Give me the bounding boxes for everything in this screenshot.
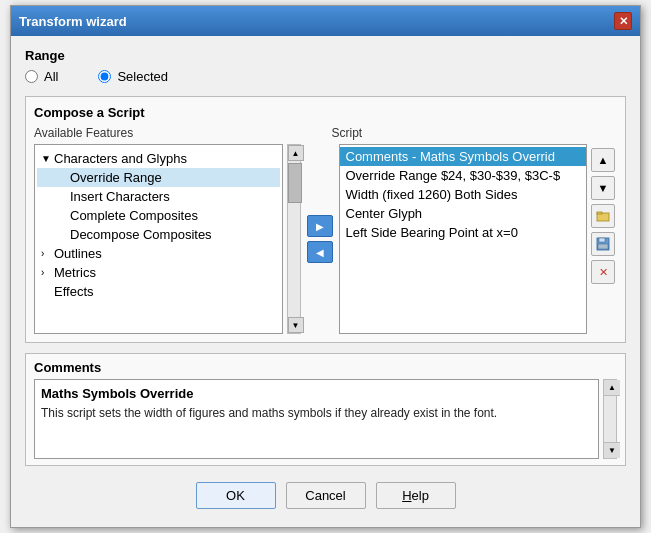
selected-label: Selected: [117, 69, 168, 84]
script-list: Comments - Maths Symbols Overrid Overrid…: [340, 145, 587, 333]
tree-label-chars: Characters and Glyphs: [54, 151, 187, 166]
comments-scrollbar[interactable]: ▲ ▼: [603, 379, 617, 459]
features-scrollbar[interactable]: ▲ ▼: [287, 144, 301, 334]
move-up-button[interactable]: ▲: [591, 148, 615, 172]
svg-rect-3: [599, 238, 605, 242]
script-action-buttons: ▲ ▼ ✕: [591, 144, 617, 334]
help-button[interactable]: Help: [376, 482, 456, 509]
comments-scroll-track: [604, 396, 616, 442]
comments-name: Maths Symbols Override: [41, 384, 592, 404]
tree-item-override-range[interactable]: Override Range: [37, 168, 280, 187]
tree-arrow-chars: ▼: [41, 153, 51, 164]
tree-label-outlines: Outlines: [54, 246, 102, 261]
comments-text-area: Maths Symbols Override This script sets …: [34, 379, 599, 459]
footer-buttons: OK Cancel Help: [25, 478, 626, 515]
features-scroll-thumb[interactable]: [288, 163, 302, 203]
middle-buttons: ▶ ◀: [305, 144, 335, 334]
tree-label-insert: Insert Characters: [70, 189, 170, 204]
title-bar: Transform wizard ✕: [11, 6, 640, 36]
svg-rect-4: [598, 244, 608, 249]
tree-label-override: Override Range: [70, 170, 162, 185]
compose-section: Compose a Script Available Features Scri…: [25, 96, 626, 343]
move-right-button[interactable]: ▶: [307, 215, 333, 237]
tree-item-decompose-comp[interactable]: Decompose Composites: [37, 225, 280, 244]
script-item-1[interactable]: Override Range $24, $30-$39, $3C-$: [340, 166, 587, 185]
help-rest: elp: [412, 488, 429, 503]
close-button[interactable]: ✕: [614, 12, 632, 30]
move-down-button[interactable]: ▼: [591, 176, 615, 200]
tree-item-chars-glyphs[interactable]: ▼ Characters and Glyphs: [37, 149, 280, 168]
range-section: Range All Selected: [25, 48, 626, 84]
tree-item-insert-chars[interactable]: Insert Characters: [37, 187, 280, 206]
transform-wizard-dialog: Transform wizard ✕ Range All Selected Co…: [10, 5, 641, 528]
svg-rect-1: [597, 212, 602, 214]
tree-label-decompose: Decompose Composites: [70, 227, 212, 242]
comments-scroll-up[interactable]: ▲: [604, 380, 620, 396]
script-panel: Comments - Maths Symbols Overrid Overrid…: [339, 144, 588, 334]
compose-body: ▼ Characters and Glyphs Override Range I…: [34, 144, 617, 334]
tree-item-complete-comp[interactable]: Complete Composites: [37, 206, 280, 225]
comments-body: Maths Symbols Override This script sets …: [34, 379, 617, 459]
comments-title: Comments: [34, 360, 617, 375]
range-label: Range: [25, 48, 626, 63]
tree-label-metrics: Metrics: [54, 265, 96, 280]
tree-label-effects: Effects: [54, 284, 94, 299]
move-left-button[interactable]: ◀: [307, 241, 333, 263]
save-button[interactable]: [591, 232, 615, 256]
selected-radio[interactable]: [98, 70, 111, 83]
selected-radio-group[interactable]: Selected: [98, 69, 168, 84]
compose-title: Compose a Script: [34, 105, 617, 120]
tree-arrow-outlines: ›: [41, 248, 51, 259]
comments-scroll-down[interactable]: ▼: [604, 442, 620, 458]
all-radio[interactable]: [25, 70, 38, 83]
tree-item-metrics[interactable]: › Metrics: [37, 263, 280, 282]
open-folder-button[interactable]: [591, 204, 615, 228]
comments-section: Comments Maths Symbols Override This scr…: [25, 353, 626, 466]
script-item-0[interactable]: Comments - Maths Symbols Overrid: [340, 147, 587, 166]
comments-description: This script sets the width of figures an…: [41, 404, 592, 422]
script-item-2[interactable]: Width (fixed 1260) Both Sides: [340, 185, 587, 204]
tree-arrow-metrics: ›: [41, 267, 51, 278]
help-underline-char: H: [402, 488, 411, 503]
script-item-4[interactable]: Left Side Bearing Point at x=0: [340, 223, 587, 242]
script-title: Script: [332, 126, 584, 140]
features-scroll-down[interactable]: ▼: [288, 317, 304, 333]
features-panel: ▼ Characters and Glyphs Override Range I…: [34, 144, 283, 334]
features-scroll-up[interactable]: ▲: [288, 145, 304, 161]
range-row: All Selected: [25, 69, 626, 84]
features-tree: ▼ Characters and Glyphs Override Range I…: [35, 145, 282, 333]
delete-button[interactable]: ✕: [591, 260, 615, 284]
tree-label-complete: Complete Composites: [70, 208, 198, 223]
folder-icon: [596, 209, 610, 223]
script-item-3[interactable]: Center Glyph: [340, 204, 587, 223]
tree-item-outlines[interactable]: › Outlines: [37, 244, 280, 263]
all-radio-group[interactable]: All: [25, 69, 58, 84]
cancel-button[interactable]: Cancel: [286, 482, 366, 509]
tree-item-effects[interactable]: Effects: [37, 282, 280, 301]
dialog-title: Transform wizard: [19, 14, 127, 29]
ok-button[interactable]: OK: [196, 482, 276, 509]
save-icon: [596, 237, 610, 251]
all-label: All: [44, 69, 58, 84]
features-title: Available Features: [34, 126, 286, 140]
dialog-content: Range All Selected Compose a Script Avai…: [11, 36, 640, 527]
